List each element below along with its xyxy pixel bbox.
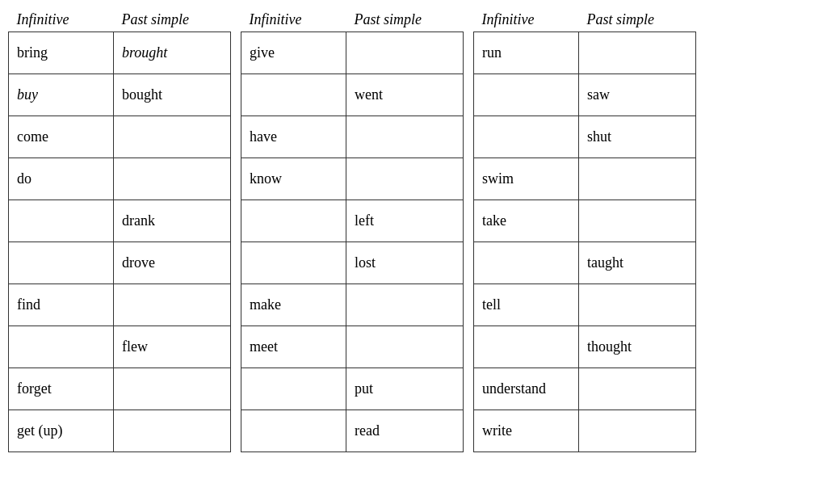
- past-simple-cell: [346, 116, 464, 158]
- past-simple-cell: [579, 284, 696, 326]
- table-row: write: [474, 410, 696, 452]
- infinitive-cell: forget: [9, 368, 114, 410]
- table2-header-past: Past simple: [346, 8, 464, 32]
- table-row: thought: [474, 326, 696, 368]
- infinitive-cell: [241, 200, 346, 242]
- past-simple-cell: put: [346, 368, 464, 410]
- table-row: forget: [9, 368, 231, 410]
- past-simple-cell: [114, 410, 231, 452]
- past-simple-cell: [114, 116, 231, 158]
- past-simple-cell: [114, 158, 231, 200]
- table-row: taught: [474, 242, 696, 284]
- table-row: make: [241, 284, 464, 326]
- infinitive-cell: [241, 74, 346, 116]
- past-simple-cell: thought: [579, 326, 696, 368]
- infinitive-cell: give: [241, 32, 346, 74]
- table-row: come: [9, 116, 231, 158]
- table-row: lost: [241, 242, 464, 284]
- infinitive-cell: have: [241, 116, 346, 158]
- table2-header-infinitive: Infinitive: [241, 8, 346, 32]
- table-row: drove: [9, 242, 231, 284]
- section-3: Infinitive Past simple runsawshutswimtak…: [473, 8, 696, 452]
- table-row: read: [241, 410, 464, 452]
- table-row: shut: [474, 116, 696, 158]
- past-simple-cell: [114, 284, 231, 326]
- table-row: swim: [474, 158, 696, 200]
- past-simple-cell: [579, 200, 696, 242]
- table3-header-past: Past simple: [579, 8, 696, 32]
- table-row: find: [9, 284, 231, 326]
- table-row: buybought: [9, 74, 231, 116]
- page-container: Infinitive Past simple bringbroughtbuybo…: [8, 8, 819, 452]
- past-simple-cell: brought: [114, 32, 231, 74]
- infinitive-cell: buy: [9, 74, 114, 116]
- section-2: Infinitive Past simple givewenthaveknowl…: [241, 8, 464, 452]
- table-row: take: [474, 200, 696, 242]
- past-simple-cell: taught: [579, 242, 696, 284]
- past-simple-cell: [579, 410, 696, 452]
- past-simple-cell: drank: [114, 200, 231, 242]
- infinitive-cell: bring: [9, 32, 114, 74]
- table-row: do: [9, 158, 231, 200]
- table-row: meet: [241, 326, 464, 368]
- divider-2: [464, 8, 473, 452]
- infinitive-cell: understand: [474, 368, 579, 410]
- infinitive-cell: [474, 242, 579, 284]
- infinitive-cell: know: [241, 158, 346, 200]
- infinitive-cell: make: [241, 284, 346, 326]
- infinitive-cell: [9, 242, 114, 284]
- past-simple-cell: saw: [579, 74, 696, 116]
- infinitive-cell: swim: [474, 158, 579, 200]
- infinitive-cell: run: [474, 32, 579, 74]
- past-simple-cell: bought: [114, 74, 231, 116]
- infinitive-cell: [474, 116, 579, 158]
- table-row: flew: [9, 326, 231, 368]
- infinitive-cell: [474, 326, 579, 368]
- infinitive-cell: meet: [241, 326, 346, 368]
- infinitive-cell: [241, 368, 346, 410]
- past-simple-cell: [114, 368, 231, 410]
- past-simple-cell: left: [346, 200, 464, 242]
- table-row: tell: [474, 284, 696, 326]
- infinitive-cell: find: [9, 284, 114, 326]
- infinitive-cell: [241, 410, 346, 452]
- infinitive-cell: do: [9, 158, 114, 200]
- infinitive-cell: [9, 200, 114, 242]
- past-simple-cell: flew: [114, 326, 231, 368]
- section-1: Infinitive Past simple bringbroughtbuybo…: [8, 8, 231, 452]
- infinitive-cell: get (up): [9, 410, 114, 452]
- past-simple-cell: went: [346, 74, 464, 116]
- table-row: understand: [474, 368, 696, 410]
- infinitive-cell: [9, 326, 114, 368]
- past-simple-cell: [346, 326, 464, 368]
- table-row: give: [241, 32, 464, 74]
- table-row: know: [241, 158, 464, 200]
- infinitive-cell: take: [474, 200, 579, 242]
- past-simple-cell: drove: [114, 242, 231, 284]
- past-simple-cell: shut: [579, 116, 696, 158]
- table-row: bringbrought: [9, 32, 231, 74]
- table-row: saw: [474, 74, 696, 116]
- past-simple-cell: [579, 368, 696, 410]
- divider-1: [231, 8, 241, 452]
- table-row: get (up): [9, 410, 231, 452]
- past-simple-cell: lost: [346, 242, 464, 284]
- table1-header-infinitive: Infinitive: [9, 8, 114, 32]
- table-1: Infinitive Past simple bringbroughtbuybo…: [8, 8, 231, 452]
- table-row: run: [474, 32, 696, 74]
- table-2: Infinitive Past simple givewenthaveknowl…: [241, 8, 464, 452]
- table-row: have: [241, 116, 464, 158]
- table-row: left: [241, 200, 464, 242]
- infinitive-cell: [241, 242, 346, 284]
- table-row: went: [241, 74, 464, 116]
- table-row: put: [241, 368, 464, 410]
- past-simple-cell: [579, 158, 696, 200]
- infinitive-cell: write: [474, 410, 579, 452]
- past-simple-cell: [346, 32, 464, 74]
- infinitive-cell: come: [9, 116, 114, 158]
- infinitive-cell: [474, 74, 579, 116]
- table-row: drank: [9, 200, 231, 242]
- table-3: Infinitive Past simple runsawshutswimtak…: [473, 8, 696, 452]
- table3-header-infinitive: Infinitive: [474, 8, 579, 32]
- past-simple-cell: [346, 158, 464, 200]
